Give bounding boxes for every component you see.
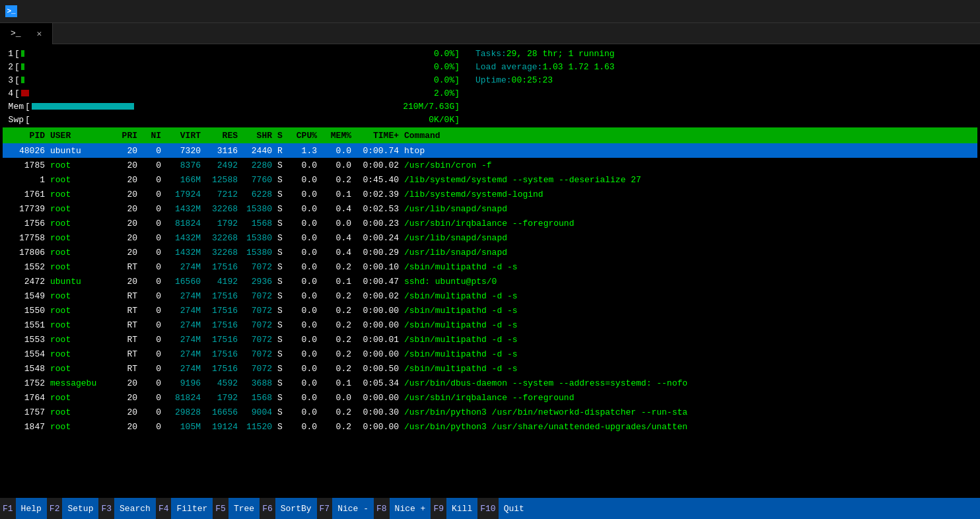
cell-s: S [275, 349, 285, 359]
cell-cpu: 0.0 [285, 407, 320, 417]
cell-res: 17516 [203, 349, 240, 359]
sys-uptime: Uptime: 00:25:23 [475, 73, 977, 86]
fn-item-f4[interactable]: F4 Filter [156, 498, 213, 519]
cell-mem: 0.2 [320, 364, 354, 374]
table-row[interactable]: 1761 root 20 0 17924 7212 6228 S 0.0 0.1… [3, 187, 977, 201]
cell-pri: 20 [111, 219, 140, 228]
cell-virt: 1432M [164, 248, 203, 258]
table-row[interactable]: 1548 root RT 0 274M 17516 7072 S 0.0 0.2… [3, 361, 977, 376]
tab-close-icon[interactable]: ✕ [37, 28, 42, 39]
tab-ubuntu[interactable]: >_ ✕ [0, 23, 53, 44]
cell-mem: 0.2 [320, 335, 354, 345]
fn-item-f8[interactable]: F8 Nice + [374, 498, 431, 519]
cell-cmd: sshd: ubuntu@pts/0 [402, 277, 977, 287]
table-row[interactable]: 1550 root RT 0 274M 17516 7072 S 0.0 0.2… [3, 303, 977, 318]
cell-cpu: 0.0 [285, 422, 320, 432]
cell-virt: 1432M [164, 233, 203, 243]
table-row[interactable]: 17739 root 20 0 1432M 32268 15380 S 0.0 … [3, 201, 977, 216]
fn-label-f2: Setup [62, 498, 98, 519]
cell-shr: 7760 [240, 175, 275, 185]
cell-mem: 0.2 [320, 407, 354, 417]
table-row[interactable]: 1752 messagebu 20 0 9196 4592 3688 S 0.0… [3, 376, 977, 390]
fn-item-f7[interactable]: F7 Nice - [317, 498, 374, 519]
table-row[interactable]: 1551 root RT 0 274M 17516 7072 S 0.0 0.2… [3, 318, 977, 332]
col-header-pri: PRI [111, 131, 140, 141]
cell-user: root [48, 407, 111, 417]
cell-cmd: /sbin/multipathd -d -s [402, 262, 977, 272]
titlebar: >_ [0, 0, 980, 23]
cell-s: S [275, 175, 285, 185]
cell-ni: 0 [140, 233, 164, 243]
mem-fill [32, 103, 134, 110]
cell-res: 19124 [203, 422, 240, 432]
cell-pid: 1548 [3, 364, 48, 374]
table-header: PID USER PRI NI VIRT RES SHR S CPU% MEM%… [3, 127, 977, 143]
cell-cpu: 0.0 [285, 262, 320, 272]
cell-mem: 0.1 [320, 378, 354, 388]
cell-cmd: /sbin/multipathd -d -s [402, 364, 977, 374]
cell-mem: 0.0 [320, 160, 354, 170]
fn-item-f2[interactable]: F2 Setup [47, 498, 99, 519]
cell-ni: 0 [140, 190, 164, 199]
cell-ni: 0 [140, 204, 164, 214]
table-row[interactable]: 1756 root 20 0 81824 1792 1568 S 0.0 0.0… [3, 216, 977, 230]
table-row[interactable]: 17806 root 20 0 1432M 32268 15380 S 0.0 … [3, 245, 977, 260]
cell-ni: 0 [140, 320, 164, 330]
table-row[interactable]: 1764 root 20 0 81824 1792 1568 S 0.0 0.0… [3, 390, 977, 405]
cell-ni: 0 [140, 306, 164, 316]
cell-cpu: 0.0 [285, 335, 320, 345]
cell-cpu: 0.0 [285, 364, 320, 374]
table-row[interactable]: 17758 root 20 0 1432M 32268 15380 S 0.0 … [3, 230, 977, 245]
cell-shr: 15380 [240, 248, 275, 258]
cpu-value-4: 2.0%] [407, 88, 460, 98]
cell-time: 0:00.00 [354, 320, 402, 330]
cell-res: 4592 [203, 378, 240, 388]
cell-ni: 0 [140, 407, 164, 417]
cell-cpu: 0.0 [285, 349, 320, 359]
table-row[interactable]: 1549 root RT 0 274M 17516 7072 S 0.0 0.2… [3, 289, 977, 303]
cell-mem: 0.2 [320, 306, 354, 316]
cell-user: root [48, 262, 111, 272]
fn-label-f10: Quit [499, 498, 530, 519]
fn-item-f9[interactable]: F9 Kill [431, 498, 477, 519]
fn-item-f3[interactable]: F3 Search [98, 498, 155, 519]
table-row[interactable]: 1 root 20 0 166M 12588 7760 S 0.0 0.2 0:… [3, 172, 977, 187]
cell-cpu: 0.0 [285, 175, 320, 185]
sys-load: Load average: 1.03 1.72 1.63 [475, 60, 977, 73]
table-row[interactable]: 1553 root RT 0 274M 17516 7072 S 0.0 0.2… [3, 332, 977, 347]
cell-cmd: /usr/bin/python3 /usr/share/unattended-u… [402, 422, 977, 432]
cell-s: S [275, 320, 285, 330]
cell-time: 0:00.29 [354, 248, 402, 258]
col-header-shr: SHR [240, 131, 275, 141]
cell-time: 0:00.24 [354, 233, 402, 243]
cell-pri: 20 [111, 190, 140, 199]
col-header-ni: NI [140, 131, 164, 141]
table-row[interactable]: 48026 ubuntu 20 0 7320 3116 2440 R 1.3 0… [3, 143, 977, 158]
cell-cpu: 0.0 [285, 160, 320, 170]
table-row[interactable]: 1554 root RT 0 274M 17516 7072 S 0.0 0.2… [3, 347, 977, 361]
table-row[interactable]: 1757 root 20 0 29828 16656 9004 S 0.0 0.… [3, 405, 977, 419]
table-row[interactable]: 1785 root 20 0 8376 2492 2280 S 0.0 0.0 … [3, 158, 977, 172]
cell-s: S [275, 422, 285, 432]
fn-item-f6[interactable]: F6 SortBy [260, 498, 316, 519]
cell-user: messagebu [48, 378, 111, 388]
cell-pri: 20 [111, 146, 140, 156]
fn-key-f7: F7 [317, 498, 333, 519]
fn-item-f10[interactable]: F10 Quit [477, 498, 530, 519]
cell-user: root [48, 320, 111, 330]
fn-item-f5[interactable]: F5 Tree [213, 498, 260, 519]
cell-cmd: /sbin/multipathd -d -s [402, 349, 977, 359]
cell-shr: 1568 [240, 219, 275, 228]
cpu-fill-1 [21, 50, 24, 57]
cell-cpu: 1.3 [285, 146, 320, 156]
cell-pri: RT [111, 262, 140, 272]
cell-virt: 81824 [164, 219, 203, 228]
table-row[interactable]: 2472 ubuntu 20 0 16560 4192 2936 S 0.0 0… [3, 274, 977, 289]
cpu-value-2: 0.0%] [407, 62, 460, 72]
table-row[interactable]: 1847 root 20 0 105M 19124 11520 S 0.0 0.… [3, 419, 977, 434]
fn-item-f1[interactable]: F1 Help [0, 498, 47, 519]
cell-time: 0:00.00 [354, 306, 402, 316]
table-row[interactable]: 1552 root RT 0 274M 17516 7072 S 0.0 0.2… [3, 260, 977, 274]
cell-pid: 1552 [3, 262, 48, 272]
cell-shr: 7072 [240, 349, 275, 359]
